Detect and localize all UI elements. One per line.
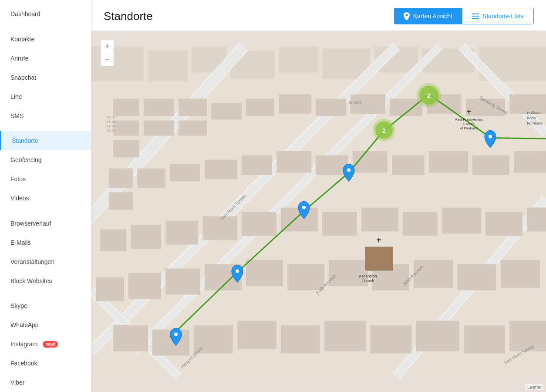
sidebar-item-label: SMS — [10, 112, 24, 119]
sidebar-item-facebook[interactable]: Facebook — [0, 354, 91, 373]
svg-rect-0 — [472, 14, 479, 14]
sidebar-item-skype[interactable]: Skype — [0, 296, 91, 315]
svg-rect-27 — [113, 140, 139, 158]
svg-rect-52 — [472, 155, 509, 175]
map-view-button[interactable]: Karten Ansicht — [394, 8, 462, 24]
map-container[interactable]: 54th Avenue 55th Avenue Van Horn Street … — [91, 31, 546, 392]
svg-rect-65 — [527, 208, 546, 232]
sidebar-item-label: Viber — [10, 379, 24, 386]
svg-rect-70 — [246, 260, 283, 286]
svg-rect-43 — [137, 169, 165, 188]
svg-rect-76 — [501, 260, 540, 288]
sidebar-item-whatsapp[interactable]: WhatsApp — [0, 315, 91, 335]
svg-rect-45 — [205, 160, 237, 179]
list-view-button[interactable]: Standorte-Liste — [462, 8, 534, 24]
svg-rect-26 — [113, 121, 139, 136]
svg-rect-46 — [242, 155, 272, 175]
sidebar-item-label: Geofencing — [10, 156, 42, 163]
sidebar-divider — [0, 125, 91, 132]
svg-rect-8 — [279, 47, 318, 73]
svg-rect-87 — [365, 247, 393, 271]
svg-text:51-14: 51-14 — [107, 128, 116, 132]
sidebar-item-label: Dashboard — [10, 10, 40, 17]
svg-rect-82 — [324, 321, 366, 351]
svg-rect-71 — [287, 264, 324, 291]
sidebar-item-label: Standorte — [12, 137, 38, 144]
svg-rect-42 — [109, 193, 133, 210]
sidebar-item-line[interactable]: Line — [0, 87, 91, 106]
sidebar-item-label: Browserverlauf — [10, 220, 51, 227]
svg-rect-33 — [246, 99, 274, 116]
sidebar-item-fotos[interactable]: Fotos — [0, 169, 91, 189]
zoom-controls: + − — [100, 40, 114, 67]
svg-rect-35 — [316, 99, 346, 116]
svg-rect-34 — [279, 95, 311, 114]
svg-text:of Elmhurst: of Elmhurst — [460, 126, 478, 130]
svg-rect-1 — [472, 16, 479, 17]
sidebar-item-label: Snapchat — [10, 74, 36, 81]
svg-rect-80 — [237, 321, 276, 349]
svg-rect-61 — [361, 208, 398, 232]
svg-rect-78 — [152, 330, 189, 356]
svg-rect-44 — [170, 164, 200, 182]
sidebar-divider — [0, 291, 91, 297]
svg-rect-54 — [100, 230, 126, 251]
svg-rect-47 — [276, 151, 311, 173]
sidebar-item-label: Block Websites — [10, 277, 52, 284]
svg-rect-4 — [91, 47, 144, 81]
sidebar-item-label: Instagram — [10, 341, 37, 348]
svg-rect-57 — [202, 216, 237, 240]
sidebar-item-kontakte[interactable]: Kontakte — [0, 30, 91, 49]
svg-text:Koos: Koos — [527, 116, 536, 120]
svg-rect-30 — [179, 99, 207, 116]
sidebar-item-e-mails[interactable]: E-Mails — [0, 233, 91, 252]
svg-rect-60 — [322, 212, 357, 236]
sidebar-item-geofencing[interactable]: Geofencing — [0, 150, 91, 169]
sidebar: DashboardKontakteAnrufeSnapchatLineSMSSt… — [0, 0, 91, 392]
sidebar-item-anrufe[interactable]: Anrufe — [0, 49, 91, 68]
sidebar-item-label: Anrufe — [10, 55, 28, 62]
svg-rect-29 — [144, 121, 174, 136]
svg-rect-31 — [179, 121, 207, 136]
sidebar-item-block-websites[interactable]: Block Websites — [0, 271, 91, 291]
sidebar-item-sms[interactable]: SMS — [0, 106, 91, 125]
svg-rect-41 — [109, 169, 133, 188]
svg-text:First Presbyterian: First Presbyterian — [455, 118, 483, 122]
main-content: Standorte Karten Ansicht Standorte-Liste — [91, 0, 546, 392]
sidebar-item-snapchat[interactable]: Snapchat — [0, 68, 91, 87]
svg-rect-83 — [370, 325, 411, 354]
map-attribution: Leaflet — [526, 384, 543, 390]
svg-rect-75 — [457, 264, 496, 291]
svg-rect-81 — [281, 325, 320, 354]
sidebar-item-label: Kontakte — [10, 36, 34, 43]
view-toggle: Karten Ansicht Standorte-Liste — [394, 8, 534, 24]
zoom-in-button[interactable]: + — [101, 40, 114, 53]
sidebar-item-viber[interactable]: Viber — [0, 373, 91, 392]
svg-rect-64 — [485, 212, 522, 236]
list-view-label: Standorte-Liste — [482, 13, 524, 20]
svg-text:Church: Church — [361, 279, 374, 283]
sidebar-item-veranstaltungen[interactable]: Veranstaltungen — [0, 252, 91, 271]
sidebar-item-standorte[interactable]: Standorte — [0, 131, 91, 150]
svg-text:51-08: 51-08 — [107, 115, 116, 119]
sidebar-item-dashboard[interactable]: Dashboard — [0, 4, 91, 24]
svg-rect-28 — [144, 99, 174, 116]
svg-text:51-10: 51-10 — [107, 120, 116, 124]
svg-rect-84 — [416, 321, 459, 351]
zoom-out-button[interactable]: − — [101, 53, 114, 66]
sidebar-item-label: Facebook — [10, 360, 37, 367]
map-background: 54th Avenue 55th Avenue Van Horn Street … — [91, 31, 546, 392]
svg-rect-2 — [472, 18, 479, 19]
sidebar-item-videos[interactable]: Videos — [0, 189, 91, 208]
sidebar-item-label: Line — [10, 93, 22, 100]
svg-rect-32 — [211, 103, 242, 120]
sidebar-item-browserverlauf[interactable]: Browserverlauf — [0, 214, 91, 233]
svg-text:School: School — [348, 100, 362, 105]
svg-rect-58 — [242, 212, 276, 236]
sidebar-divider — [0, 24, 91, 30]
sidebar-item-instagram[interactable]: Instagramnew! — [0, 335, 91, 354]
svg-text:Huffman: Huffman — [527, 111, 542, 115]
svg-rect-62 — [403, 212, 438, 236]
sidebar-item-label: Videos — [10, 195, 29, 202]
new-badge: new! — [43, 341, 58, 348]
